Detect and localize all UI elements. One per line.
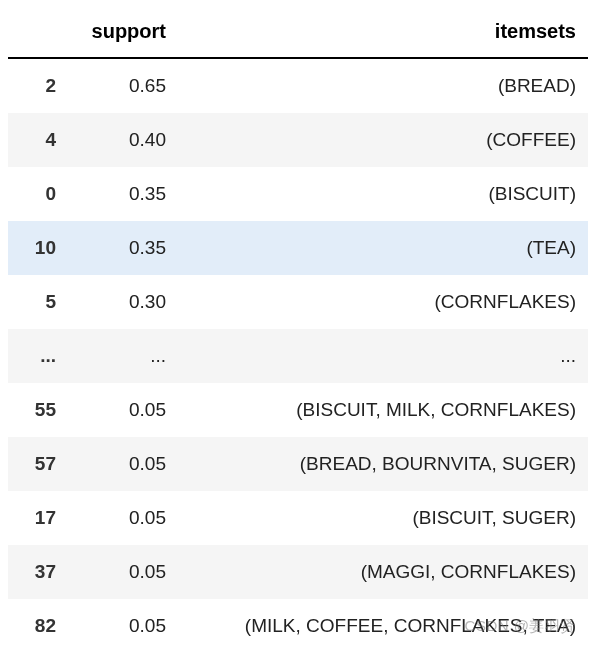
cell-itemsets: (COFFEE) bbox=[178, 113, 588, 167]
header-itemsets: itemsets bbox=[178, 8, 588, 58]
table-row: 170.05(BISCUIT, SUGER) bbox=[8, 491, 588, 545]
header-index bbox=[8, 8, 68, 58]
table-row: 40.40(COFFEE) bbox=[8, 113, 588, 167]
watermark: CSDN @姜羽贤 bbox=[465, 617, 576, 636]
cell-itemsets: (CORNFLAKES) bbox=[178, 275, 588, 329]
cell-support: 0.05 bbox=[68, 383, 178, 437]
table-row: ......... bbox=[8, 329, 588, 383]
cell-index: 10 bbox=[8, 221, 68, 275]
cell-support: 0.05 bbox=[68, 545, 178, 599]
cell-itemsets: (TEA) bbox=[178, 221, 588, 275]
cell-support: 0.05 bbox=[68, 599, 178, 650]
cell-index: 55 bbox=[8, 383, 68, 437]
table-row: 370.05(MAGGI, CORNFLAKES) bbox=[8, 545, 588, 599]
cell-itemsets: (MAGGI, CORNFLAKES) bbox=[178, 545, 588, 599]
cell-support: 0.40 bbox=[68, 113, 178, 167]
header-row: support itemsets bbox=[8, 8, 588, 58]
cell-index: ... bbox=[8, 329, 68, 383]
cell-index: 4 bbox=[8, 113, 68, 167]
cell-itemsets: ... bbox=[178, 329, 588, 383]
cell-index: 82 bbox=[8, 599, 68, 650]
cell-index: 0 bbox=[8, 167, 68, 221]
table-row: 100.35(TEA) bbox=[8, 221, 588, 275]
table-body: 20.65(BREAD)40.40(COFFEE)00.35(BISCUIT)1… bbox=[8, 58, 588, 650]
header-support: support bbox=[68, 8, 178, 58]
cell-itemsets: (BREAD, BOURNVITA, SUGER) bbox=[178, 437, 588, 491]
table-row: 20.65(BREAD) bbox=[8, 58, 588, 113]
cell-index: 2 bbox=[8, 58, 68, 113]
cell-support: 0.65 bbox=[68, 58, 178, 113]
table-row: 570.05(BREAD, BOURNVITA, SUGER) bbox=[8, 437, 588, 491]
table-row: 50.30(CORNFLAKES) bbox=[8, 275, 588, 329]
cell-support: ... bbox=[68, 329, 178, 383]
cell-support: 0.35 bbox=[68, 221, 178, 275]
cell-index: 5 bbox=[8, 275, 68, 329]
table-row: 550.05(BISCUIT, MILK, CORNFLAKES) bbox=[8, 383, 588, 437]
cell-support: 0.05 bbox=[68, 437, 178, 491]
cell-index: 57 bbox=[8, 437, 68, 491]
cell-support: 0.05 bbox=[68, 491, 178, 545]
cell-index: 37 bbox=[8, 545, 68, 599]
cell-itemsets: (BISCUIT, SUGER) bbox=[178, 491, 588, 545]
cell-support: 0.35 bbox=[68, 167, 178, 221]
frequent-itemsets-table: support itemsets 20.65(BREAD)40.40(COFFE… bbox=[8, 8, 588, 650]
cell-itemsets: (BISCUIT, MILK, CORNFLAKES) bbox=[178, 383, 588, 437]
cell-index: 17 bbox=[8, 491, 68, 545]
cell-itemsets: (BREAD) bbox=[178, 58, 588, 113]
cell-support: 0.30 bbox=[68, 275, 178, 329]
cell-itemsets: (BISCUIT) bbox=[178, 167, 588, 221]
table-row: 00.35(BISCUIT) bbox=[8, 167, 588, 221]
